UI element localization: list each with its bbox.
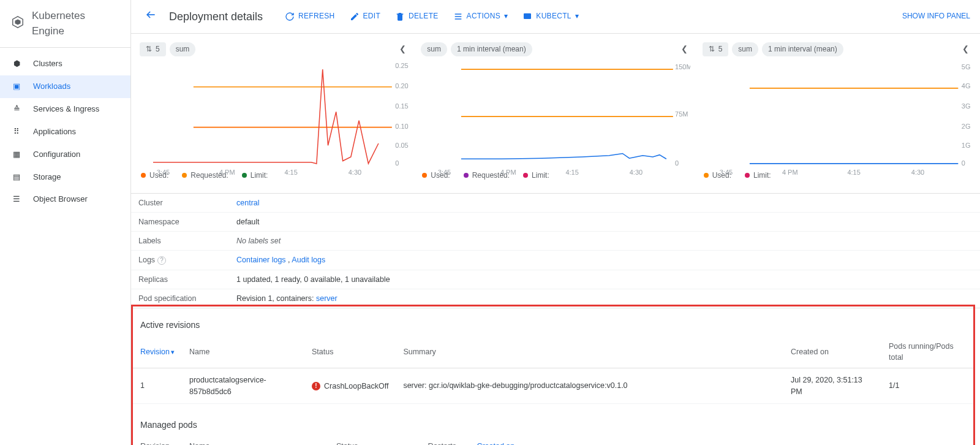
container-logs-link[interactable]: Container logs [236,256,286,264]
product-title: Kubernetes Engine [32,9,119,39]
sidebar: Kubernetes Engine ⬢Clusters ▣Workloads ≙… [0,0,131,445]
error-icon: ! [312,382,320,390]
meta-key: Replicas [138,274,236,285]
col-created[interactable]: Created on [783,336,881,368]
svg-text:4 PM: 4 PM [500,168,516,175]
svg-text:0: 0 [675,159,679,167]
chart-filter-chip[interactable]: ⇅5 [140,42,166,56]
cell-status: !CrashLoopBackOff [304,368,396,403]
active-revisions-table: Revision▾ Name Status Summary Created on… [133,336,973,404]
sidebar-item-label: Clusters [33,58,62,70]
meta-key: Cluster [138,197,236,208]
chart-svg: 5G4G3G2G1G0 3:454 PM4:154:30 [703,61,971,176]
meta-cluster-link[interactable]: central [236,199,260,207]
delete-button[interactable]: DELETE [390,7,443,25]
filter-icon: ⇅ [709,44,715,55]
edit-button[interactable]: EDIT [345,7,386,25]
back-button[interactable] [141,6,160,27]
chart-memory: sum 1 min interval (mean) ❮ 150M75M0 3:4… [416,39,695,188]
sidebar-item-applications[interactable]: ⠿Applications [0,121,130,143]
chart-controls: ⇅5 sum 1 min interval (mean) ❮ [703,41,971,58]
sidebar-item-label: Applications [33,126,76,138]
col-created[interactable]: Created on▴ [469,436,737,445]
svg-text:0.05: 0.05 [395,141,408,148]
chart-disk: ⇅5 sum 1 min interval (mean) ❮ 5G4G3G2G1… [698,39,976,188]
chart-prev-button[interactable]: ❮ [397,41,409,58]
chart-plot: 0.250.200.150.100.050 3:454 PM4:154:30 [140,61,409,165]
chevron-down-icon: ▾ [504,11,508,21]
svg-text:4:15: 4:15 [566,168,579,175]
col-status[interactable]: Status [329,436,420,445]
table-row[interactable]: 1 productcatalogservice-857b8d5dc6 !Cras… [133,368,973,403]
col-name[interactable]: Name [182,336,304,368]
svg-rect-2 [524,13,531,19]
chart-interval-chip[interactable]: 1 min interval (mean) [762,42,843,56]
toolbar: Deployment details REFRESH EDIT DELETE A… [131,0,980,34]
sidebar-item-services[interactable]: ≙Services & Ingress [0,98,130,121]
svg-text:3:45: 3:45 [719,168,732,175]
col-status[interactable]: Status [304,336,396,368]
sidebar-item-workloads[interactable]: ▣Workloads [0,75,130,98]
svg-text:4:30: 4:30 [349,168,361,175]
svg-text:0.25: 0.25 [395,62,408,69]
cell-pods: 1/1 [881,368,973,403]
sidebar-item-clusters[interactable]: ⬢Clusters [0,53,130,75]
chart-controls: sum 1 min interval (mean) ❮ [421,41,690,58]
page-title: Deployment details [169,9,263,25]
section-title: Active revisions [133,316,973,336]
svg-text:3:45: 3:45 [438,168,451,175]
svg-text:0.10: 0.10 [395,123,408,130]
sidebar-item-storage[interactable]: ▤Storage [0,166,130,189]
sidebar-item-label: Workloads [33,81,70,93]
svg-text:4 PM: 4 PM [782,168,798,175]
kubectl-button[interactable]: KUBECTL ▾ [518,7,584,25]
sort-asc-icon: ▴ [516,443,519,445]
meta-value: No labels set [236,237,281,245]
chart-filter-chip[interactable]: ⇅5 [703,42,729,56]
active-revisions-section: Active revisions Revision▾ Name Status S… [133,310,973,410]
help-icon[interactable]: ? [157,256,166,265]
sidebar-item-object-browser[interactable]: ☰Object Browser [0,188,130,211]
filter-icon: ⇅ [146,44,152,55]
filter-count: 5 [718,44,723,55]
sort-desc-icon: ▾ [171,348,175,356]
edit-label: EDIT [363,11,381,21]
chart-agg-chip[interactable]: sum [732,42,758,56]
chart-interval-chip[interactable]: 1 min interval (mean) [451,42,532,56]
col-revision[interactable]: Revision▾ [133,336,182,368]
actions-label: ACTIONS [467,11,500,21]
col-name[interactable]: Name [182,436,329,445]
meta-row-labels: LabelsNo labels set [131,232,980,251]
chart-svg: 150M75M0 3:454 PM4:154:30 [421,61,690,176]
col-pods[interactable]: Pods running/Pods total [881,336,973,368]
col-summary[interactable]: Summary [396,336,783,368]
meta-key: Namespace [138,216,236,227]
storage-icon: ▤ [11,172,22,183]
chevron-down-icon: ▾ [575,11,579,21]
sidebar-nav: ⬢Clusters ▣Workloads ≙Services & Ingress… [0,48,130,445]
actions-button[interactable]: ACTIONS ▾ [448,7,513,25]
meta-row-namespace: Namespacedefault [131,213,980,232]
refresh-label: REFRESH [298,11,334,21]
svg-text:0: 0 [395,159,399,167]
col-revision[interactable]: Revision [133,436,182,445]
show-info-panel-button[interactable]: SHOW INFO PANEL [902,11,970,21]
chart-agg-chip[interactable]: sum [421,42,447,56]
chart-prev-button[interactable]: ❮ [679,41,690,58]
audit-logs-link[interactable]: Audit logs [292,256,325,264]
chart-plot: 150M75M0 3:454 PM4:154:30 [421,61,690,165]
chart-agg-chip[interactable]: sum [170,42,196,56]
meta-value: default [236,216,260,227]
svg-text:75M: 75M [675,110,688,118]
refresh-button[interactable]: REFRESH [280,7,339,25]
svg-text:0.15: 0.15 [395,102,408,110]
kubectl-label: KUBECTL [536,11,571,21]
podspec-container-link[interactable]: server [316,294,337,303]
cell-name: productcatalogservice-857b8d5dc6 [182,368,304,403]
cell-revision: 1 [133,368,182,403]
chart-prev-button[interactable]: ❮ [960,41,971,58]
meta-key: Logs? [138,254,236,265]
section-title: Managed pods [133,416,973,436]
sidebar-item-configuration[interactable]: ▦Configuration [0,143,130,166]
col-restarts[interactable]: Restarts [420,436,469,445]
